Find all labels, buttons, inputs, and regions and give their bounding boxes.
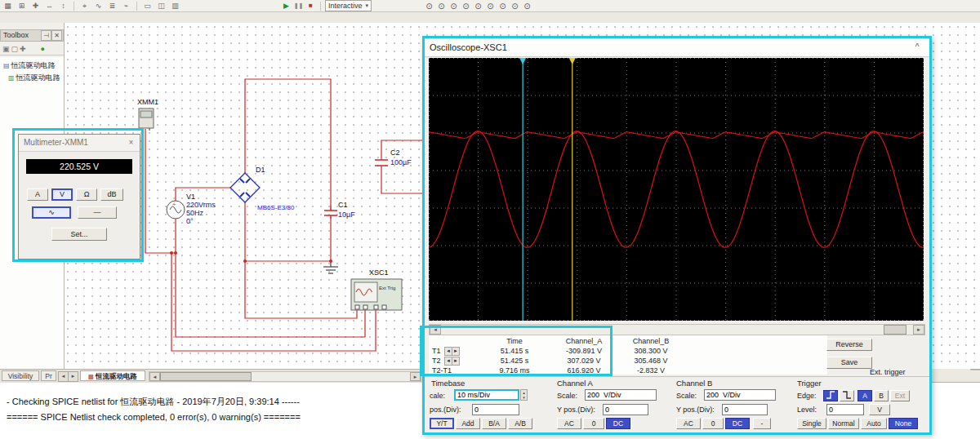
hscroll-right-icon[interactable]: ►	[410, 372, 421, 381]
db-mode-button[interactable]: dB	[100, 188, 123, 201]
instrument-icon-7[interactable]: ⊙	[497, 2, 508, 11]
cursor2-right-icon[interactable]: ►	[452, 357, 460, 366]
crosshair-icon[interactable]: ✚	[29, 0, 42, 11]
tab-visibility[interactable]: Visibility	[2, 370, 39, 381]
timebase-scale-spinner[interactable]: ▴▾	[520, 389, 528, 401]
instrument-icon-9[interactable]: ⊙	[522, 2, 532, 11]
ohmmeter-mode-button[interactable]: Ω	[76, 188, 97, 201]
channel-b-scale-input[interactable]	[704, 389, 776, 401]
ba-mode-button[interactable]: B/A	[482, 418, 506, 429]
instrument-icon-1[interactable]: ⊙	[424, 2, 434, 11]
tree-item-sheet[interactable]: ▥恒流驱动电路	[8, 73, 70, 83]
open-sheet-icon[interactable]: ▢	[11, 45, 19, 53]
scope-scroll-right-icon[interactable]: ►	[913, 325, 924, 335]
falling-edge-button[interactable]	[840, 390, 854, 401]
ac-mode-button[interactable]: ∿	[32, 206, 71, 219]
timebase-scale-input[interactable]	[454, 389, 519, 401]
hscroll-thumb[interactable]	[160, 372, 252, 381]
hscroll-left-icon[interactable]: ◄	[149, 372, 160, 381]
set-button[interactable]: Set...	[51, 228, 107, 241]
rising-edge-button[interactable]	[823, 390, 838, 401]
multimeter-titlebar[interactable]: Multimeter-XMM1	[19, 135, 140, 152]
scope-hscrollbar[interactable]: ◄ ►	[429, 324, 925, 335]
tab-project[interactable]: Pr	[41, 370, 56, 381]
ammeter-mode-button[interactable]: A	[27, 188, 48, 201]
flip-vertical-icon[interactable]: ↕	[57, 0, 69, 11]
interactive-mode-dropdown[interactable]: Interactive ▾	[325, 0, 372, 11]
scope-scroll-left-icon[interactable]: ◄	[430, 325, 441, 335]
v1-frequency-label[interactable]: 50Hz	[186, 209, 203, 217]
add-item-icon[interactable]: ✚	[20, 45, 26, 53]
pin-icon[interactable]: ⊣	[41, 30, 51, 41]
ab-mode-button[interactable]: A/B	[508, 418, 532, 429]
trigger-normal-button[interactable]: Normal	[828, 418, 859, 429]
sheet-tab-active[interactable]: ▤ 恒流驱动电路	[80, 370, 145, 381]
c1-value-label[interactable]: 10µF	[338, 211, 355, 219]
channel-b-invert-button[interactable]: -	[753, 418, 771, 429]
channel-a-dc-button[interactable]: DC	[606, 418, 630, 429]
collapse-icon[interactable]: ^	[911, 42, 923, 53]
waveform-icon[interactable]: ∿	[92, 0, 105, 11]
channel-a-ac-button[interactable]: AC	[557, 418, 581, 429]
instrument-icon-2[interactable]: ⊙	[436, 2, 447, 11]
new-sheet-icon[interactable]: ▣	[2, 45, 10, 53]
list-icon[interactable]: ≣	[106, 0, 118, 11]
tree-item-design[interactable]: ▤恒流驱动电路	[3, 60, 65, 71]
pause-simulation-button[interactable]: ❚❚	[293, 1, 304, 11]
yt-mode-button[interactable]: Y/T	[430, 418, 454, 429]
scope-scroll-thumb[interactable]	[884, 325, 906, 335]
c1-refdes[interactable]: C1	[338, 201, 348, 209]
voltmeter-mode-button[interactable]: V	[51, 188, 73, 201]
trigger-source-a-button[interactable]: A	[858, 390, 872, 401]
instrument-icon-5[interactable]: ⊙	[473, 2, 483, 11]
v1-phase-label[interactable]: 0°	[186, 217, 194, 225]
instrument-icon-8[interactable]: ⊙	[510, 2, 520, 11]
cursor1-right-icon[interactable]: ►	[452, 347, 460, 356]
stop-simulation-button[interactable]: ■	[305, 1, 316, 11]
channel-b-ypos-input[interactable]	[722, 404, 768, 415]
channel-a-zero-button[interactable]: 0	[583, 418, 604, 429]
c2-refdes[interactable]: C2	[390, 149, 400, 157]
v1-value-label[interactable]: 220Vrms	[186, 201, 216, 209]
add-mode-button[interactable]: Add	[456, 418, 480, 429]
grid-icon[interactable]: ▦	[2, 0, 14, 11]
reverse-button[interactable]: Reverse	[826, 339, 872, 351]
channel-a-scale-input[interactable]	[585, 389, 657, 401]
tab-scroll-right-icon[interactable]: ►	[68, 371, 78, 382]
save-button[interactable]: Save	[826, 357, 872, 369]
oscilloscope-titlebar[interactable]: Oscilloscope-XSC1	[425, 38, 929, 57]
flip-horizontal-icon[interactable]: ↔	[43, 0, 56, 11]
trigger-auto-button[interactable]: Auto	[861, 418, 887, 429]
timebase-xpos-input[interactable]	[472, 404, 519, 415]
shape-icon[interactable]: ▭	[141, 0, 154, 11]
xmm1-label[interactable]: XMM1	[137, 98, 158, 106]
trigger-source-ext-button[interactable]: Ext	[890, 390, 910, 401]
sheet-icon[interactable]: ▥	[169, 0, 181, 11]
close-icon[interactable]: ✕	[51, 30, 62, 41]
channel-a-ypos-input[interactable]	[603, 404, 648, 415]
v1-refdes[interactable]: V1	[186, 193, 195, 201]
instrument-icon-4[interactable]: ⊙	[461, 2, 471, 11]
channel-b-ac-button[interactable]: AC	[676, 418, 701, 429]
target-icon[interactable]: ⌖	[78, 0, 91, 11]
run-simulation-button[interactable]: ▶	[281, 1, 292, 11]
dc-mode-button[interactable]: —	[78, 206, 117, 219]
channel-b-zero-button[interactable]: 0	[702, 418, 724, 429]
split-view-icon[interactable]: ◫	[155, 0, 167, 11]
wire-icon[interactable]: ⌁	[120, 0, 132, 11]
close-icon[interactable]: ×	[126, 137, 136, 148]
new-window-icon[interactable]: ⊞	[16, 0, 28, 11]
c2-value-label[interactable]: 100µF	[390, 158, 412, 166]
trigger-none-button[interactable]: None	[889, 418, 918, 429]
oscilloscope-display[interactable]	[429, 58, 924, 321]
channel-b-dc-button[interactable]: DC	[725, 418, 750, 429]
trigger-level-input[interactable]	[826, 404, 864, 415]
d1-refdes[interactable]: D1	[256, 166, 265, 174]
trigger-level-unit-dropdown[interactable]: V	[869, 404, 890, 415]
trigger-source-b-button[interactable]: B	[874, 390, 889, 401]
xsc1-label[interactable]: XSC1	[369, 268, 389, 277]
sheet-hscrollbar[interactable]: ◄ ►	[149, 371, 421, 382]
d1-part-label[interactable]: MB6S-E3/80	[257, 204, 294, 211]
instrument-icon-3[interactable]: ⊙	[448, 2, 459, 11]
trigger-single-button[interactable]: Single	[797, 418, 826, 429]
